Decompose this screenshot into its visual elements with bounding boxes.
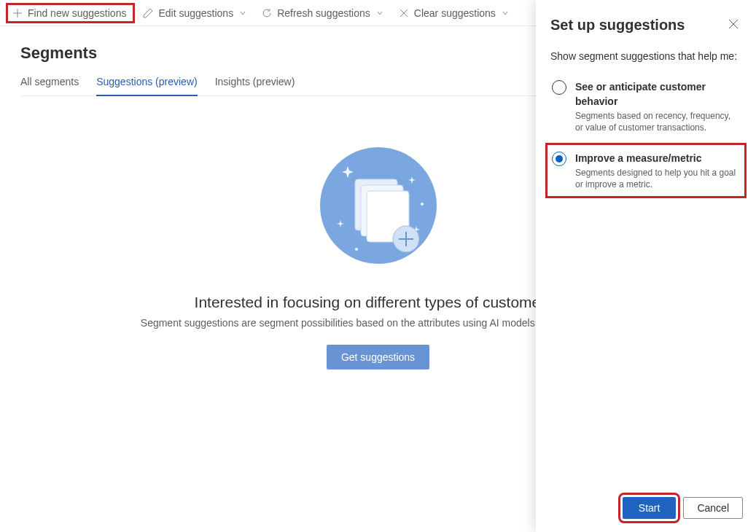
panel-intro: Show segment suggestions that help me: <box>550 50 741 62</box>
chevron-down-icon <box>239 9 246 17</box>
option-title: See or anticipate customer behavior <box>575 79 740 109</box>
refresh-suggestions-button[interactable]: Refresh suggestions <box>255 4 389 22</box>
option-title: Improve a measure/metric <box>575 151 740 165</box>
find-new-suggestions-button[interactable]: Find new suggestions <box>7 4 133 22</box>
option-description: Segments designed to help you hit a goal… <box>575 167 740 190</box>
pencil-icon <box>142 7 154 19</box>
panel-body: Show segment suggestions that help me: S… <box>536 43 756 487</box>
panel-footer: Start Cancel <box>536 487 756 532</box>
empty-title: Interested in focusing on different type… <box>195 294 562 311</box>
cancel-button[interactable]: Cancel <box>683 497 743 519</box>
suggestions-illustration-icon <box>313 140 444 273</box>
option-text: Improve a measure/metric Segments design… <box>575 151 740 190</box>
setup-suggestions-panel: Set up suggestions Show segment suggesti… <box>536 0 756 532</box>
start-button[interactable]: Start <box>623 497 677 519</box>
radio-icon <box>552 80 566 95</box>
clear-suggestions-button[interactable]: Clear suggestions <box>392 4 515 22</box>
tab-suggestions[interactable]: Suggestions (preview) <box>96 76 198 96</box>
get-suggestions-button[interactable]: Get suggestions <box>327 345 429 369</box>
toolbar-label: Clear suggestions <box>414 7 496 19</box>
plus-icon <box>12 7 23 19</box>
svg-point-10 <box>421 203 424 206</box>
edit-suggestions-button[interactable]: Edit suggestions <box>136 4 252 22</box>
radio-icon <box>552 152 566 166</box>
close-panel-button[interactable] <box>725 16 741 34</box>
svg-point-9 <box>355 248 358 251</box>
chevron-down-icon <box>376 9 383 17</box>
chevron-down-icon <box>502 9 509 17</box>
refresh-icon <box>261 7 273 19</box>
close-icon <box>398 7 410 19</box>
panel-title: Set up suggestions <box>550 17 685 34</box>
tab-insights[interactable]: Insights (preview) <box>215 76 295 95</box>
panel-header: Set up suggestions <box>536 0 756 43</box>
option-improve-metric[interactable]: Improve a measure/metric Segments design… <box>550 148 741 193</box>
toolbar-label: Refresh suggestions <box>277 7 370 19</box>
close-icon <box>728 20 739 31</box>
tab-all-segments[interactable]: All segments <box>20 76 79 95</box>
option-text: See or anticipate customer behavior Segm… <box>575 79 740 133</box>
toolbar-label: Find new suggestions <box>28 7 126 19</box>
option-customer-behavior[interactable]: See or anticipate customer behavior Segm… <box>550 77 741 136</box>
toolbar-label: Edit suggestions <box>158 7 233 19</box>
option-description: Segments based on recency, frequency, or… <box>575 110 740 133</box>
